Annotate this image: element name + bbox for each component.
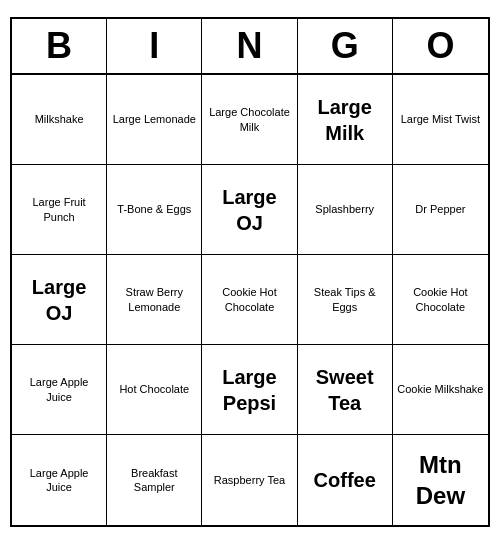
cell-text: Cookie Hot Chocolate [206, 285, 292, 314]
bingo-cell: Steak Tips & Eggs [298, 255, 393, 345]
bingo-cell: Breakfast Sampler [107, 435, 202, 525]
bingo-cell: Large Apple Juice [12, 435, 107, 525]
cell-text: Hot Chocolate [119, 382, 189, 396]
cell-text: Large Lemonade [113, 112, 196, 126]
bingo-cell: Raspberry Tea [202, 435, 297, 525]
cell-text: Large Fruit Punch [16, 195, 102, 224]
bingo-cell: Large Pepsi [202, 345, 297, 435]
bingo-grid: MilkshakeLarge LemonadeLarge Chocolate M… [12, 75, 488, 525]
cell-text: Mtn Dew [397, 449, 484, 511]
bingo-card: BINGO MilkshakeLarge LemonadeLarge Choco… [10, 17, 490, 527]
bingo-cell: Large Lemonade [107, 75, 202, 165]
bingo-cell: Large Apple Juice [12, 345, 107, 435]
cell-text: Steak Tips & Eggs [302, 285, 388, 314]
header-cell: G [298, 19, 393, 73]
bingo-cell: Mtn Dew [393, 435, 488, 525]
cell-text: T-Bone & Eggs [117, 202, 191, 216]
cell-text: Breakfast Sampler [111, 466, 197, 495]
header-cell: B [12, 19, 107, 73]
cell-text: Large Chocolate Milk [206, 105, 292, 134]
header-cell: I [107, 19, 202, 73]
cell-text: Splashberry [315, 202, 374, 216]
cell-text: Straw Berry Lemonade [111, 285, 197, 314]
bingo-cell: Hot Chocolate [107, 345, 202, 435]
cell-text: Cookie Hot Chocolate [397, 285, 484, 314]
bingo-cell: Large Chocolate Milk [202, 75, 297, 165]
bingo-cell: Large Mist Twist [393, 75, 488, 165]
cell-text: Large Pepsi [206, 364, 292, 416]
bingo-cell: Large Fruit Punch [12, 165, 107, 255]
bingo-cell: Cookie Hot Chocolate [202, 255, 297, 345]
cell-text: Sweet Tea [302, 364, 388, 416]
bingo-cell: Coffee [298, 435, 393, 525]
header-cell: N [202, 19, 297, 73]
cell-text: Large Milk [302, 94, 388, 146]
bingo-cell: Large Milk [298, 75, 393, 165]
cell-text: Coffee [314, 467, 376, 493]
bingo-header: BINGO [12, 19, 488, 75]
bingo-cell: T-Bone & Eggs [107, 165, 202, 255]
cell-text: Raspberry Tea [214, 473, 285, 487]
bingo-cell: Sweet Tea [298, 345, 393, 435]
cell-text: Cookie Milkshake [397, 382, 483, 396]
cell-text: Large OJ [206, 184, 292, 236]
bingo-cell: Dr Pepper [393, 165, 488, 255]
bingo-cell: Splashberry [298, 165, 393, 255]
cell-text: Large Mist Twist [401, 112, 480, 126]
bingo-cell: Large OJ [12, 255, 107, 345]
bingo-cell: Large OJ [202, 165, 297, 255]
cell-text: Large Apple Juice [16, 466, 102, 495]
cell-text: Large OJ [16, 274, 102, 326]
bingo-cell: Straw Berry Lemonade [107, 255, 202, 345]
cell-text: Milkshake [35, 112, 84, 126]
cell-text: Large Apple Juice [16, 375, 102, 404]
header-cell: O [393, 19, 488, 73]
bingo-cell: Cookie Milkshake [393, 345, 488, 435]
cell-text: Dr Pepper [415, 202, 465, 216]
bingo-cell: Milkshake [12, 75, 107, 165]
bingo-cell: Cookie Hot Chocolate [393, 255, 488, 345]
